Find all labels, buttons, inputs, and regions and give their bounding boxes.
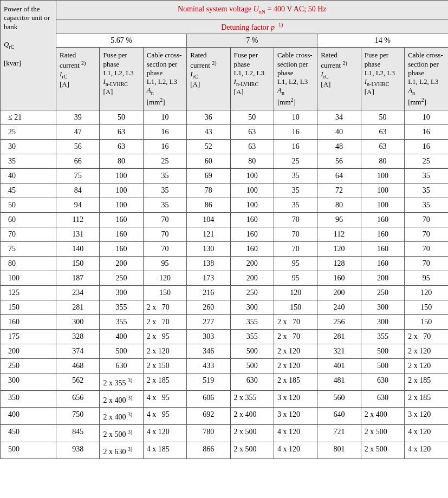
table-cell: 355 (230, 315, 274, 330)
table-cell: 2 x 70 (274, 330, 317, 344)
table-cell: 4 x 185 (143, 442, 186, 459)
table-cell: 160 (361, 227, 404, 242)
table-cell: 216 (187, 286, 230, 300)
table-cell: 120 (274, 286, 317, 300)
table-cell: 80 (100, 154, 143, 169)
table-cell: 50 (230, 110, 274, 125)
table-cell: 95 (143, 257, 186, 271)
table-cell: 25 (143, 154, 186, 169)
table-cell: 300 (230, 300, 274, 315)
table-cell: 112 (317, 227, 361, 242)
table-cell: 281 (317, 330, 361, 344)
table-cell: 355 (230, 330, 274, 344)
table-cell: 560 (317, 390, 361, 408)
table-cell: 70 (274, 213, 317, 227)
table-cell: 2 x 120 (405, 359, 448, 374)
table-cell: 35 (274, 169, 317, 184)
table-cell: 128 (317, 257, 361, 271)
table-cell: 400 (100, 330, 143, 344)
table-cell: 845 (56, 425, 100, 442)
table-cell: 80 (1, 257, 56, 271)
table-cell: 70 (143, 213, 186, 227)
table-cell: 160 (100, 227, 143, 242)
table-cell: 16 (143, 125, 186, 140)
table-cell: 52 (187, 140, 230, 154)
table-cell: 328 (56, 330, 100, 344)
col-rated-1: Rated current 2) IrC [A] (56, 48, 100, 110)
table-cell: 72 (317, 184, 361, 198)
table-cell: 240 (317, 300, 361, 315)
table-cell: 50 (100, 110, 143, 125)
table-cell: 630 (361, 374, 404, 391)
table-cell: 120 (317, 242, 361, 257)
table-cell: 2 x 500 (361, 425, 404, 442)
table-cell: 2 x 185 (405, 390, 448, 408)
table-cell: 303 (187, 330, 230, 344)
table-cell: 86 (187, 198, 230, 213)
row-header-text: Power of the capacitor unit or bank (4, 5, 50, 31)
table-cell: 250 (100, 271, 143, 286)
table-cell: 75 (1, 242, 56, 257)
table-cell: 250 (1, 359, 56, 374)
table-cell: 95 (405, 271, 448, 286)
table-cell: 2 x 120 (274, 359, 317, 374)
table-cell: 2 x 185 (405, 374, 448, 391)
table-cell: 70 (1, 227, 56, 242)
table-cell: 35 (1, 154, 56, 169)
table-cell: 500 (230, 359, 274, 374)
table-cell: 100 (230, 198, 274, 213)
table-cell: 2 x 70 (274, 315, 317, 330)
table-cell: 401 (317, 359, 361, 374)
table-cell: ≤ 21 (1, 110, 56, 125)
table-cell: 150 (1, 300, 56, 315)
table-cell: 50 (361, 110, 404, 125)
table-cell: 70 (405, 227, 448, 242)
table-cell: 16 (274, 125, 317, 140)
table-row: 1753284002 x 953033552 x 702813552 x 70 (1, 330, 449, 344)
table-cell: 300 (100, 286, 143, 300)
table-cell: 112 (56, 213, 100, 227)
table-cell: 468 (56, 359, 100, 374)
table-cell: 2 x 95 (143, 330, 186, 344)
table-cell: 25 (405, 154, 448, 169)
table-cell: 656 (56, 390, 100, 408)
table-cell: 519 (187, 374, 230, 391)
table-cell: 2 x 400 3) (100, 408, 143, 425)
table-cell: 63 (100, 140, 143, 154)
table-cell: 250 (230, 286, 274, 300)
table-cell: 70 (405, 257, 448, 271)
table-cell: 160 (361, 257, 404, 271)
table-cell: 48 (317, 140, 361, 154)
table-row: ≤ 21395010365010345010 (1, 110, 449, 125)
table-cell: 2 x 70 (405, 330, 448, 344)
table-cell: 4 x 120 (143, 425, 186, 442)
table-cell: 2 x 150 (143, 359, 186, 374)
table-cell: 200 (100, 257, 143, 271)
table-cell: 630 (230, 374, 274, 391)
table-cell: 346 (187, 344, 230, 359)
table-cell: 131 (56, 227, 100, 242)
table-cell: 63 (230, 125, 274, 140)
table-cell: 640 (317, 408, 361, 425)
col-cable-3: Cable cross-section per phaseL1, L2, L3 … (405, 48, 448, 110)
table-cell: 4 x 120 (274, 442, 317, 459)
table-cell: 25 (274, 154, 317, 169)
table-cell: 355 (361, 330, 404, 344)
table-cell: 95 (274, 271, 317, 286)
table-body: ≤ 21395010365010345010254763164363164063… (1, 110, 449, 459)
table-cell: 2 x 500 3) (100, 425, 143, 442)
table-cell: 16 (405, 140, 448, 154)
table-cell: 40 (317, 125, 361, 140)
table-cell: 400 (1, 408, 56, 425)
table-cell: 70 (274, 227, 317, 242)
table-cell: 2 x 400 (361, 408, 404, 425)
table-cell: 35 (274, 184, 317, 198)
table-cell: 121 (187, 227, 230, 242)
table-cell: 2 x 355 3) (100, 374, 143, 391)
table-cell: 36 (187, 110, 230, 125)
table-cell: 175 (1, 330, 56, 344)
detuning-row: Detuning factor p 1) (56, 19, 449, 34)
table-cell: 130 (187, 242, 230, 257)
table-cell: 10 (143, 110, 186, 125)
table-cell: 200 (1, 344, 56, 359)
